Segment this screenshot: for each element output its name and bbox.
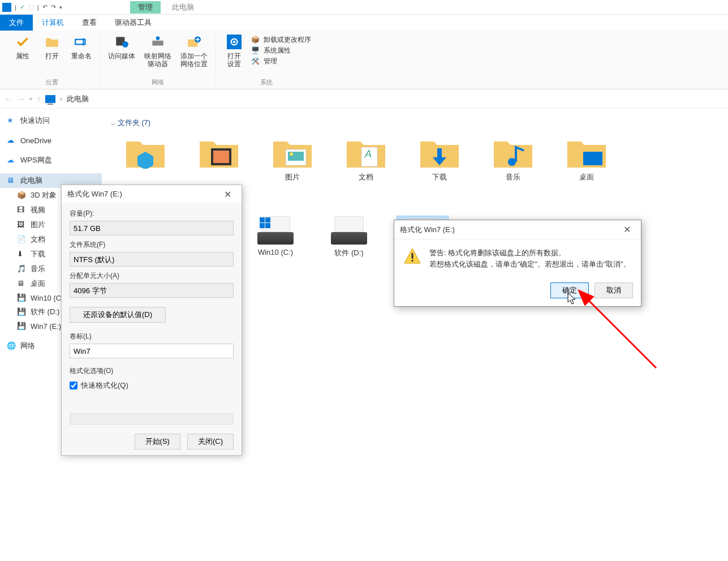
access-media-button[interactable]: 访问媒体 — [106, 33, 137, 78]
section-folders[interactable]: 文件夹 (7) — [111, 118, 721, 128]
drive-network-icon — [150, 34, 166, 50]
svg-point-5 — [156, 36, 160, 40]
manage-button[interactable]: 🛠️管理 — [251, 57, 311, 66]
uninstall-button[interactable]: 📦卸载或更改程序 — [251, 35, 311, 45]
svg-point-3 — [122, 41, 128, 48]
download-icon: ⬇ — [17, 250, 26, 259]
allocation-select[interactable]: 4096 字节 — [70, 283, 234, 298]
recent-dropdown-icon[interactable]: ▾ — [29, 96, 32, 102]
file-tab[interactable]: 文件 — [0, 15, 33, 31]
pc-icon — [45, 95, 55, 103]
start-button[interactable]: 开始(S) — [135, 434, 180, 449]
filesystem-select[interactable]: NTFS (默认) — [70, 252, 234, 267]
system-properties-button[interactable]: 🖥️系统属性 — [251, 46, 311, 55]
add-network-location-button[interactable]: 添加一个 网络位置 — [178, 33, 210, 78]
tab-computer[interactable]: 计算机 — [33, 15, 73, 31]
allocation-label: 分配单元大小(A) — [70, 271, 234, 281]
rename-icon — [74, 34, 89, 50]
uninstall-icon: 📦 — [251, 36, 260, 45]
drive-win10[interactable]: Win10 (C:) — [250, 216, 301, 261]
warning-titlebar[interactable]: 格式化 Win7 (E:) ✕ — [394, 220, 641, 239]
qat-dropdown-icon[interactable]: ▾ — [59, 5, 62, 10]
svg-rect-1 — [83, 38, 84, 46]
open-settings-button[interactable]: 打开 设置 — [222, 33, 247, 78]
rename-button[interactable]: 重命名 — [69, 33, 94, 78]
forward-button[interactable]: → — [17, 95, 25, 104]
redo-icon[interactable]: ↷ — [51, 3, 56, 11]
folder-documents[interactable]: A 文档 — [341, 135, 391, 182]
tab-drive-tools[interactable]: 驱动器工具 — [106, 15, 161, 31]
folder-desktop[interactable]: 桌面 — [561, 135, 612, 182]
sysprops-icon: 🖥️ — [251, 46, 260, 55]
folder-videos[interactable] — [193, 135, 244, 182]
tab-view[interactable]: 查看 — [73, 15, 106, 31]
folder-downloads[interactable]: 下载 — [414, 135, 465, 182]
svg-rect-12 — [213, 151, 229, 163]
drive-icon: 💾 — [17, 307, 26, 316]
cancel-button[interactable]: 取消 — [595, 282, 633, 298]
picture-icon: 🖼 — [17, 220, 26, 229]
undo-icon[interactable]: ↶ — [42, 3, 48, 11]
sidebar-item-wps[interactable]: ☁WPS网盘 — [0, 153, 102, 168]
ribbon-group-network: 访问媒体 映射网络 驱动器 添加一个 网络位置 网络 — [100, 33, 216, 87]
restore-defaults-button[interactable]: 还原设备的默认值(D) — [70, 307, 166, 323]
svg-rect-24 — [412, 253, 413, 259]
dialog-titlebar[interactable]: 格式化 Win7 (E:) ✕ — [62, 185, 242, 203]
folder-pictures[interactable]: 图片 — [267, 135, 318, 182]
capacity-select[interactable]: 51.7 GB — [70, 221, 234, 235]
capacity-label: 容量(P): — [70, 209, 234, 219]
folder-pictures-icon — [272, 135, 313, 169]
network-icon: 🌐 — [7, 341, 16, 350]
qat-separator: ▢ — [28, 3, 34, 11]
media-icon — [114, 34, 130, 50]
title-bar: | ✓ ▢ | ↶ ↷ ▾ 管理 此电脑 — [0, 0, 728, 15]
star-icon: ★ — [7, 116, 16, 125]
sidebar-item-quick-access[interactable]: ★快速访问 — [0, 113, 102, 128]
close-button[interactable]: ✕ — [619, 223, 635, 236]
warning-icon — [403, 247, 421, 265]
check-icon — [15, 34, 31, 50]
svg-rect-21 — [265, 217, 270, 222]
drive-icon: 💾 — [17, 322, 26, 331]
close-dialog-button[interactable]: 关闭(C) — [187, 434, 234, 449]
qat-check-icon[interactable]: ✓ — [20, 3, 25, 11]
drive-icon — [331, 216, 367, 245]
warning-dialog: 格式化 Win7 (E:) ✕ 警告: 格式化将删除该磁盘上的所有数据。 若想格… — [394, 220, 641, 307]
back-button[interactable]: ← — [5, 95, 12, 104]
close-button[interactable]: ✕ — [219, 188, 236, 201]
folder-3d-objects[interactable] — [120, 135, 171, 182]
quick-format-checkbox[interactable] — [70, 382, 77, 389]
format-options-label: 格式化选项(O) — [70, 366, 234, 376]
qat-separator: | — [15, 4, 16, 11]
volume-label-input[interactable] — [70, 344, 234, 358]
open-button[interactable]: 打开 — [40, 33, 64, 78]
pc-icon: 🖥 — [7, 176, 16, 185]
volume-label-label: 卷标(L) — [70, 332, 234, 341]
breadcrumb[interactable]: 此电脑 — [67, 94, 89, 104]
properties-button[interactable]: 属性 — [10, 33, 35, 78]
up-button[interactable]: ↑ — [37, 95, 41, 104]
filesystem-label: 文件系统(F) — [70, 240, 234, 250]
folder-music[interactable]: 音乐 — [488, 135, 539, 182]
drive-icon: 💾 — [17, 293, 26, 302]
svg-rect-20 — [260, 217, 265, 222]
progress-bar — [70, 413, 234, 425]
context-tab-manage[interactable]: 管理 — [130, 1, 161, 14]
svg-point-10 — [233, 41, 235, 43]
map-drive-button[interactable]: 映射网络 驱动器 — [142, 33, 174, 78]
system-icon — [2, 3, 11, 12]
svg-rect-19 — [583, 152, 602, 165]
dialog-title: 格式化 Win7 (E:) — [67, 189, 122, 199]
address-bar: ← → ▾ ↑ › 此电脑 — [0, 89, 728, 109]
doc-icon: 📄 — [17, 235, 26, 244]
qat-separator: | — [37, 4, 39, 11]
svg-rect-23 — [265, 223, 270, 228]
folder-grid: 图片 A 文档 下载 音乐 桌面 — [120, 135, 721, 182]
svg-rect-25 — [412, 260, 413, 262]
sidebar-item-onedrive[interactable]: ☁OneDrive — [0, 134, 102, 147]
window-title: 此电脑 — [172, 2, 194, 12]
add-location-icon — [186, 34, 202, 50]
drive-soft[interactable]: 软件 (D:) — [324, 216, 374, 261]
ok-button[interactable]: 确定 — [550, 282, 589, 298]
folder-videos-icon — [199, 135, 239, 169]
